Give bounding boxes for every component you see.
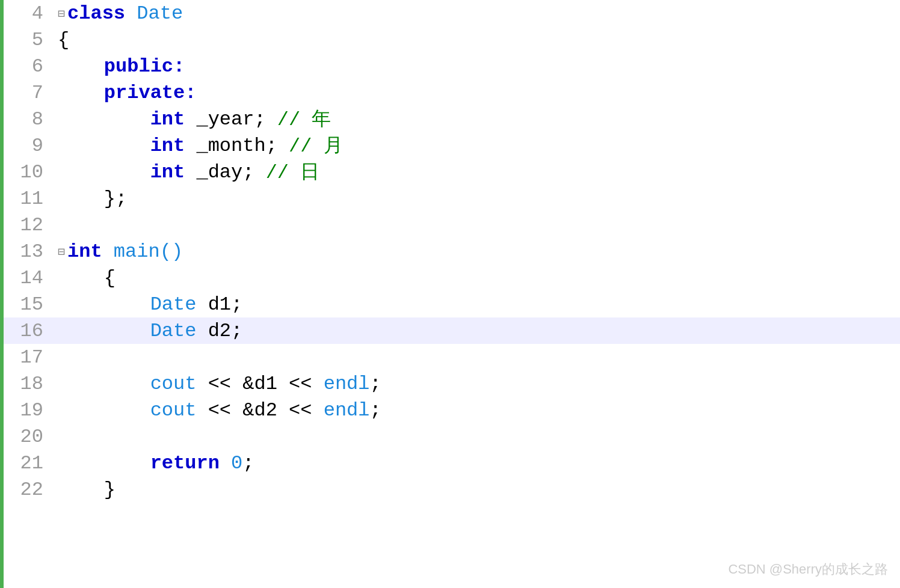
code-line-22: 22 }	[4, 476, 900, 503]
line-content-10: int _day; // 日	[58, 159, 900, 185]
line-content-14: {	[58, 265, 900, 291]
token-8-0: int	[150, 108, 185, 130]
code-line-12: 12	[4, 212, 900, 238]
code-line-9: 9 int _month; // 月	[4, 132, 900, 159]
line-content-18: cout << &d1 << endl;	[58, 370, 900, 397]
line-content-4: ⊟class Date	[58, 0, 900, 26]
code-line-17: 17	[4, 344, 900, 370]
token-9-0: int	[150, 135, 185, 157]
line-number-10: 10	[4, 159, 58, 185]
token-8-1: _year;	[185, 108, 277, 130]
line-number-8: 8	[4, 106, 58, 132]
token-16-0: Date	[150, 320, 197, 342]
token-14-0: {	[58, 267, 116, 289]
line-number-5: 5	[4, 26, 58, 53]
token-22-0: }	[58, 479, 116, 501]
token-19-0: cout	[150, 399, 197, 421]
token-13-2: main()	[114, 240, 183, 263]
token-19-3: ;	[369, 399, 381, 421]
token-19-2: endl	[324, 399, 370, 421]
line-content-21: return 0;	[58, 450, 900, 476]
code-line-14: 14 {	[4, 265, 900, 291]
code-line-5: 5{	[4, 26, 900, 53]
token-18-2: endl	[324, 373, 370, 395]
code-line-8: 8 int _year; // 年	[4, 106, 900, 132]
line-number-12: 12	[4, 212, 58, 238]
token-11-0: };	[58, 188, 127, 210]
token-18-1: << &d1 <<	[196, 373, 323, 395]
line-content-8: int _year; // 年	[58, 106, 900, 132]
code-line-18: 18 cout << &d1 << endl;	[4, 370, 900, 397]
line-content-13: ⊟int main()	[58, 238, 900, 265]
token-10-0: int	[150, 161, 185, 183]
token-21-2: 0	[231, 452, 242, 474]
code-line-21: 21 return 0;	[4, 450, 900, 476]
code-line-11: 11 };	[4, 185, 900, 212]
line-number-16: 16	[4, 317, 58, 344]
line-content-17	[58, 344, 900, 370]
line-number-14: 14	[4, 265, 58, 291]
line-content-15: Date d1;	[58, 291, 900, 317]
line-content-22: }	[58, 476, 900, 503]
code-editor: 4⊟class Date5{6 public:7 private:8 int _…	[0, 0, 900, 588]
token-10-2: // 日	[266, 159, 320, 185]
token-21-1	[220, 452, 231, 474]
token-4-0: class	[67, 2, 137, 25]
token-6-0: public:	[104, 55, 185, 78]
line-content-16: Date d2;	[58, 317, 900, 344]
token-18-0: cout	[150, 373, 197, 395]
line-number-20: 20	[4, 423, 58, 450]
token-21-0: return	[150, 452, 220, 474]
line-content-12	[58, 212, 900, 238]
code-line-20: 20	[4, 423, 900, 450]
line-number-19: 19	[4, 397, 58, 423]
token-9-1: _month;	[185, 135, 289, 157]
line-content-20	[58, 423, 900, 450]
line-number-17: 17	[4, 344, 58, 370]
line-content-9: int _month; // 月	[58, 132, 900, 159]
code-line-6: 6 public:	[4, 53, 900, 79]
code-line-10: 10 int _day; // 日	[4, 159, 900, 185]
line-content-5: {	[58, 26, 900, 53]
line-number-15: 15	[4, 291, 58, 317]
token-9-2: // 月	[289, 132, 343, 159]
line-content-19: cout << &d2 << endl;	[58, 397, 900, 423]
line-number-21: 21	[4, 450, 58, 476]
token-13-0: int	[67, 240, 102, 263]
token-18-3: ;	[369, 373, 381, 395]
token-15-0: Date	[150, 293, 197, 316]
watermark: CSDN @Sherry的成长之路	[728, 560, 888, 578]
code-line-19: 19 cout << &d2 << endl;	[4, 397, 900, 423]
code-line-15: 15 Date d1;	[4, 291, 900, 317]
code-wrapper: 4⊟class Date5{6 public:7 private:8 int _…	[4, 0, 900, 588]
token-21-3: ;	[242, 452, 254, 474]
line-number-11: 11	[4, 185, 58, 212]
token-13-1	[102, 240, 114, 263]
token-19-1: << &d2 <<	[196, 399, 323, 421]
code-line-13: 13⊟int main()	[4, 238, 900, 265]
token-7-0: private:	[104, 82, 197, 104]
line-number-18: 18	[4, 370, 58, 397]
token-8-2: // 年	[277, 106, 331, 132]
line-number-6: 6	[4, 53, 58, 79]
token-5-0: {	[58, 29, 69, 51]
code-line-16: 16 Date d2;	[4, 317, 900, 344]
collapse-icon-line-13[interactable]: ⊟	[58, 244, 65, 259]
line-content-6: public:	[58, 53, 900, 79]
collapse-icon-line-4[interactable]: ⊟	[58, 6, 65, 21]
line-number-9: 9	[4, 132, 58, 159]
token-16-1: d2;	[196, 320, 242, 342]
line-number-13: 13	[4, 238, 58, 265]
line-number-22: 22	[4, 476, 58, 503]
code-line-4: 4⊟class Date	[4, 0, 900, 26]
line-content-7: private:	[58, 79, 900, 106]
token-4-1: Date	[137, 2, 183, 25]
line-content-11: };	[58, 185, 900, 212]
line-number-4: 4	[4, 0, 58, 26]
token-10-1: _day;	[185, 161, 265, 183]
token-15-1: d1;	[196, 293, 242, 316]
line-number-7: 7	[4, 79, 58, 106]
code-line-7: 7 private:	[4, 79, 900, 106]
